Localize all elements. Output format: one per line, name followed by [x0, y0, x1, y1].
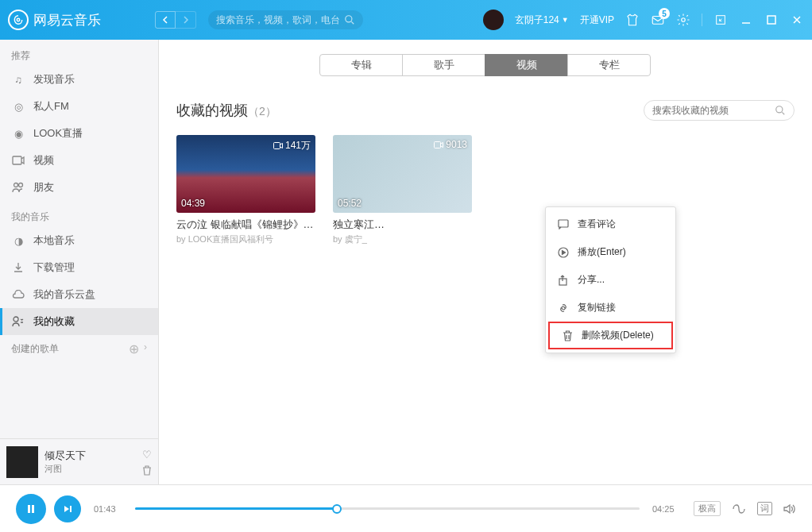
svg-point-8	[14, 183, 18, 187]
category-tabs: 专辑 歌手 视频 专栏	[176, 54, 795, 76]
minimize-icon[interactable]	[739, 13, 753, 27]
chevron-right-icon[interactable]: ›	[144, 341, 147, 357]
nav-forward-button[interactable]	[176, 11, 196, 29]
username-dropdown[interactable]: 玄阴子124▼	[515, 13, 569, 27]
sidebar: 推荐 ♫发现音乐 ◎私人FM ◉LOOK直播 视频 朋友 我的音乐 ◑本地音乐 …	[0, 40, 159, 484]
tab-artist[interactable]: 歌手	[402, 54, 485, 76]
sidebar-item-favorites[interactable]: 我的收藏	[0, 308, 158, 335]
vip-link[interactable]: 开通VIP	[580, 13, 614, 27]
context-menu: 查看评论 播放(Enter) 分享... 复制链接 删除视频(Delete)	[545, 206, 676, 353]
video-icon	[11, 153, 25, 168]
video-grid: 141万 04:39 云の泣 银临献唱《锦鲤抄》… by LOOK直播国风福利号…	[176, 135, 795, 245]
logo-icon	[8, 10, 29, 30]
now-playing-info: 倾尽天下 河图	[44, 449, 136, 475]
mail-badge: 5	[659, 8, 670, 19]
sidebar-create-playlist[interactable]: 创建的歌单⊕›	[0, 335, 158, 362]
link-icon	[557, 302, 570, 314]
search-icon	[775, 105, 786, 116]
video-author: by 虞宁_	[333, 233, 472, 245]
video-thumbnail[interactable]: 141万 04:39	[176, 135, 315, 213]
music-note-icon: ♫	[11, 72, 25, 87]
caret-down-icon: ▼	[562, 16, 569, 24]
album-cover[interactable]	[6, 446, 38, 478]
player-bar: 01:43 04:25 极高 词	[0, 484, 812, 532]
video-duration: 04:39	[181, 198, 205, 209]
svg-point-3	[682, 18, 686, 22]
sidebar-item-friends[interactable]: 朋友	[0, 174, 158, 201]
live-icon: ◉	[11, 126, 25, 141]
app-name: 网易云音乐	[33, 11, 101, 29]
mini-icon[interactable]	[713, 13, 728, 27]
mail-icon[interactable]: 5	[651, 13, 665, 27]
svg-rect-6	[768, 16, 775, 24]
volume-icon[interactable]	[783, 503, 796, 515]
svg-rect-12	[273, 143, 280, 149]
filter-box[interactable]	[644, 100, 795, 121]
section-count: （2）	[248, 105, 276, 118]
time-total: 04:25	[652, 504, 681, 514]
svg-rect-17	[28, 505, 30, 513]
sidebar-section-mymusic: 我的音乐	[0, 201, 158, 227]
close-icon[interactable]	[790, 13, 804, 27]
sidebar-item-cloud[interactable]: 我的音乐云盘	[0, 281, 158, 308]
ctx-copylink[interactable]: 复制链接	[546, 294, 675, 322]
sidebar-item-discover[interactable]: ♫发现音乐	[0, 66, 158, 93]
search-icon	[344, 14, 355, 25]
progress-handle[interactable]	[332, 504, 342, 514]
user-avatar[interactable]	[483, 10, 504, 30]
svg-point-1	[346, 16, 352, 22]
section-title-row: 收藏的视频（2）	[176, 101, 276, 120]
section-title: 收藏的视频	[176, 102, 248, 118]
nav-back-button[interactable]	[155, 11, 176, 29]
video-duration: 05:52	[338, 198, 362, 209]
delete-icon	[561, 330, 574, 342]
svg-point-10	[14, 317, 18, 322]
skin-icon[interactable]	[625, 13, 640, 27]
sidebar-item-download[interactable]: 下载管理	[0, 254, 158, 281]
settings-icon[interactable]	[676, 13, 690, 27]
ctx-share[interactable]: 分享...	[546, 266, 675, 294]
play-pause-button[interactable]	[16, 494, 46, 524]
video-title: 独立寒江…	[333, 218, 472, 232]
plus-icon[interactable]: ⊕	[129, 341, 139, 357]
now-playing-artist: 河图	[44, 463, 136, 475]
play-icon	[557, 246, 570, 259]
maximize-icon[interactable]	[764, 13, 779, 27]
tab-album[interactable]: 专辑	[319, 54, 403, 76]
sidebar-section-recommend: 推荐	[0, 40, 158, 66]
progress-bar[interactable]	[135, 507, 640, 510]
play-count: 9013	[434, 139, 467, 150]
cloud-icon	[11, 287, 25, 302]
sidebar-item-look[interactable]: ◉LOOK直播	[0, 120, 158, 147]
quality-button[interactable]: 极高	[694, 501, 721, 516]
trash-icon[interactable]	[142, 465, 152, 476]
progress-fill	[135, 507, 337, 510]
time-current: 01:43	[94, 504, 122, 514]
like-icon[interactable]: ♡	[142, 449, 152, 461]
sidebar-item-video[interactable]: 视频	[0, 147, 158, 174]
star-icon	[11, 314, 25, 329]
ctx-comments[interactable]: 查看评论	[546, 210, 675, 238]
filter-input[interactable]	[652, 105, 775, 116]
effects-icon[interactable]	[732, 503, 746, 515]
nav-buttons	[155, 11, 196, 29]
content-area: 专辑 歌手 视频 专栏 收藏的视频（2） 141万 04:39 云の泣 银临献唱…	[159, 40, 812, 484]
search-box[interactable]	[208, 10, 363, 29]
video-card[interactable]: 141万 04:39 云の泣 银临献唱《锦鲤抄》… by LOOK直播国风福利号	[176, 135, 315, 245]
sidebar-item-local[interactable]: ◑本地音乐	[0, 227, 158, 254]
sidebar-item-fm[interactable]: ◎私人FM	[0, 93, 158, 120]
now-playing[interactable]: 倾尽天下 河图 ♡	[0, 438, 158, 484]
app-logo[interactable]: 网易云音乐	[8, 10, 155, 30]
friends-icon	[11, 180, 25, 195]
tab-video[interactable]: 视频	[485, 54, 568, 76]
ctx-play[interactable]: 播放(Enter)	[546, 238, 675, 266]
svg-rect-7	[13, 156, 21, 164]
ctx-delete[interactable]: 删除视频(Delete)	[548, 322, 673, 349]
lyrics-icon[interactable]: 词	[757, 502, 772, 515]
video-thumbnail[interactable]: 9013 05:52	[333, 135, 472, 213]
tab-column[interactable]: 专栏	[567, 54, 651, 76]
video-card[interactable]: 9013 05:52 独立寒江… by 虞宁_	[333, 135, 472, 245]
next-button[interactable]	[54, 495, 81, 522]
search-input[interactable]	[216, 14, 344, 25]
svg-point-0	[17, 18, 20, 21]
